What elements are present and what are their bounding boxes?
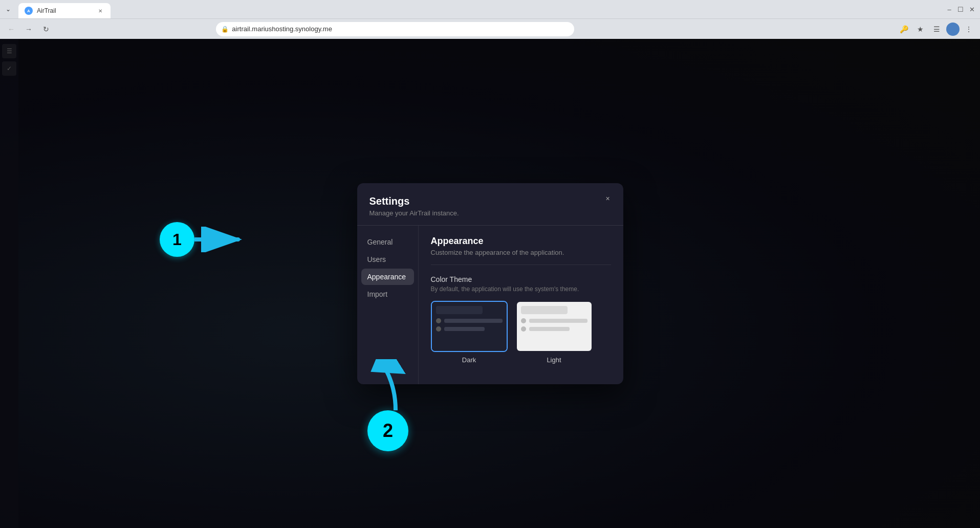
light-theme-label: Light bbox=[547, 356, 561, 364]
modal-title: Settings bbox=[369, 195, 611, 207]
dark-theme-option[interactable]: Dark bbox=[431, 301, 508, 364]
forward-button[interactable]: → bbox=[21, 22, 36, 36]
light-theme-option[interactable]: Light bbox=[516, 301, 593, 364]
modal-header: Settings Manage your AirTrail instance. … bbox=[357, 183, 623, 226]
password-manager-icon[interactable]: 🔑 bbox=[897, 22, 911, 36]
url-display: airtrail.mariushosting.synology.me bbox=[232, 25, 569, 33]
page-content: ☰ ✓ Settings Manage your AirTrail instan… bbox=[0, 39, 980, 528]
security-icon: 🔒 bbox=[221, 26, 229, 33]
modal-backdrop: Settings Manage your AirTrail instance. … bbox=[0, 39, 980, 528]
back-button[interactable]: ← bbox=[4, 22, 18, 36]
nav-item-import[interactable]: Import bbox=[361, 286, 414, 302]
settings-modal: Settings Manage your AirTrail instance. … bbox=[357, 183, 623, 384]
tab-bar-controls: ⌄ bbox=[4, 5, 12, 13]
section-description: Customize the appearance of the applicat… bbox=[431, 249, 611, 265]
menu-button[interactable]: ⋮ bbox=[962, 22, 976, 36]
tab-title: AirTrail bbox=[37, 7, 92, 14]
minimize-button[interactable]: – bbox=[945, 5, 953, 13]
active-tab[interactable]: A AirTrail ✕ bbox=[18, 3, 111, 18]
toolbar-right: 🔑 ★ ☰ ⋮ bbox=[897, 22, 976, 36]
tab-favicon: A bbox=[25, 7, 33, 15]
window-controls: – ☐ ✕ bbox=[945, 5, 976, 13]
color-theme-group: Color Theme By default, the application … bbox=[431, 275, 611, 364]
light-theme-preview bbox=[516, 301, 593, 352]
color-theme-label: Color Theme bbox=[431, 275, 611, 283]
nav-item-users[interactable]: Users bbox=[361, 251, 414, 268]
modal-close-button[interactable]: × bbox=[601, 191, 615, 206]
bookmark-button[interactable]: ★ bbox=[913, 22, 928, 36]
settings-nav: General Users Appearance Import bbox=[357, 226, 419, 384]
dark-theme-label: Dark bbox=[462, 356, 476, 364]
reload-button[interactable]: ↻ bbox=[39, 22, 53, 36]
omnibox[interactable]: 🔒 airtrail.mariushosting.synology.me bbox=[216, 22, 574, 36]
modal-subtitle: Manage your AirTrail instance. bbox=[369, 209, 611, 217]
theme-options: Dark bbox=[431, 301, 611, 364]
dark-theme-preview bbox=[431, 301, 508, 352]
tab-close-button[interactable]: ✕ bbox=[96, 7, 104, 15]
tab-list-button[interactable]: ⌄ bbox=[4, 5, 12, 13]
modal-body: General Users Appearance Import bbox=[357, 226, 623, 384]
browser-frame: ⌄ A AirTrail ✕ – ☐ ✕ ← → ↻ 🔒 airtrail.ma… bbox=[0, 0, 980, 528]
settings-content: Appearance Customize the appearance of t… bbox=[419, 226, 623, 384]
extensions-button[interactable]: ☰ bbox=[930, 22, 944, 36]
nav-item-general[interactable]: General bbox=[361, 234, 414, 250]
color-theme-desc: By default, the application will use the… bbox=[431, 285, 611, 293]
browser-toolbar: ← → ↻ 🔒 airtrail.mariushosting.synology.… bbox=[0, 18, 980, 39]
browser-tabs: A AirTrail ✕ bbox=[18, 0, 943, 18]
section-title: Appearance bbox=[431, 236, 611, 247]
nav-item-appearance[interactable]: Appearance bbox=[361, 269, 414, 285]
close-window-button[interactable]: ✕ bbox=[968, 5, 976, 13]
profile-button[interactable] bbox=[946, 23, 960, 36]
browser-titlebar: ⌄ A AirTrail ✕ – ☐ ✕ bbox=[0, 0, 980, 18]
maximize-button[interactable]: ☐ bbox=[956, 5, 965, 13]
